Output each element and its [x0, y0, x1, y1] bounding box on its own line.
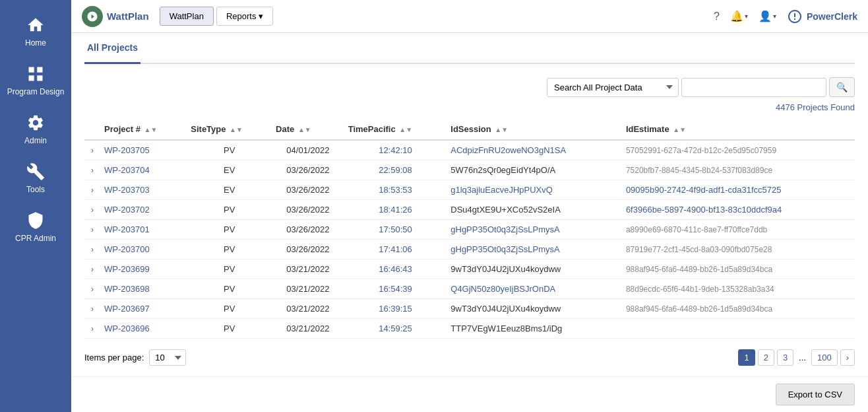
expand-row-btn[interactable]: › [88, 245, 96, 254]
date-cell: 03/21/2022 [272, 259, 344, 279]
tools-icon [25, 161, 46, 182]
sidebar-item-home[interactable]: Home [0, 7, 71, 55]
sort-project-icon: ▲▼ [144, 126, 158, 133]
user-icon: 👤 [759, 10, 772, 22]
expand-row-btn[interactable]: › [88, 146, 96, 155]
page-btn-2[interactable]: 2 [758, 349, 774, 366]
page-btn-3[interactable]: 3 [777, 349, 793, 366]
sidebar-item-program-design[interactable]: Program Design [0, 55, 71, 104]
page-btn-100[interactable]: 100 [811, 349, 838, 366]
project-link[interactable]: WP-203701 [104, 224, 150, 234]
table-row: ›WP-203701PV03/26/202217:50:50gHgPP35Ot0… [84, 220, 855, 240]
idsession-cell: Q4GjN50z80yeIjBSJrOnDA [447, 279, 622, 299]
col-date[interactable]: Date ▲▼ [272, 119, 344, 140]
sidebar-item-admin-label: Admin [24, 136, 47, 145]
project-link[interactable]: WP-203704 [104, 165, 150, 175]
time-cell: 22:59:08 [344, 160, 447, 180]
expand-row-btn[interactable]: › [88, 186, 96, 195]
idsession-cell: 9wT3dY0J4U2jUXu4koydww [447, 299, 622, 319]
notifications-btn[interactable]: 🔔 ▾ [730, 10, 748, 22]
table-row: ›WP-203705PV04/01/202212:42:10ACdpizFnRU… [84, 140, 855, 160]
project-link[interactable]: WP-203702 [104, 205, 150, 215]
reports-nav-btn[interactable]: Reports ▾ [216, 7, 274, 26]
page-btn-1[interactable]: 1 [738, 349, 755, 366]
idsession-cell: 5W76n2sQr0egEidYt4pO/A [447, 160, 622, 180]
idsession-link[interactable]: ACdpizFnRU2oweNO3gN1SA [450, 145, 566, 155]
idsession-cell: 9wT3dY0J4U2jUXu4koydww [447, 259, 622, 279]
expand-row-btn[interactable]: › [88, 285, 96, 294]
powerclerck-logo: PowerClerk [787, 9, 857, 24]
wattplan-nav-btn[interactable]: WattPlan [160, 7, 214, 26]
page-ellipsis: ... [796, 353, 809, 362]
project-link[interactable]: WP-203703 [104, 185, 150, 195]
idestimate-link[interactable]: 09095b90-2742-4f9d-adf1-cda31fcc5725 [626, 185, 782, 195]
date-cell: 03/26/2022 [272, 200, 344, 220]
project-link[interactable]: WP-203700 [104, 244, 150, 254]
sort-idsession-icon: ▲▼ [495, 126, 508, 133]
search-icon: 🔍 [836, 82, 848, 92]
topnav: WattPlan WattPlan Reports ▾ ? 🔔 ▾ 👤 ▾ [71, 0, 868, 33]
projects-table: Project # ▲▼ SiteType ▲▼ Date ▲▼ TimePac… [84, 119, 855, 339]
col-time[interactable]: TimePacific ▲▼ [344, 119, 447, 140]
expand-row-btn[interactable]: › [88, 265, 96, 274]
idsession-link[interactable]: g1lq3ajluEacveJHpPUXvQ [450, 185, 553, 195]
table-row: ›WP-203696PV03/21/202214:59:25TTP7VEgW1E… [84, 319, 855, 339]
reports-nav-label: Reports [226, 11, 257, 21]
items-per-page-select[interactable]: 10 25 50 100 [149, 349, 186, 366]
time-cell: 18:53:53 [344, 180, 447, 200]
help-icon: ? [714, 11, 720, 22]
idsession-link[interactable]: gHgPP35Ot0q3ZjSsLPmysA [450, 224, 559, 234]
idestimate-link[interactable]: 6f3966be-5897-4900-bf13-83c10ddcf9a4 [626, 205, 782, 215]
col-idestimate[interactable]: IdEstimate ▲▼ [622, 119, 855, 140]
sidebar-item-cpr-admin[interactable]: CPR Admin [0, 202, 71, 251]
time-cell: 18:41:26 [344, 200, 447, 220]
sidebar-item-cpr-admin-label: CPR Admin [15, 234, 56, 243]
tab-all-projects[interactable]: All Projects [84, 33, 140, 64]
sidebar-item-admin[interactable]: Admin [0, 104, 71, 153]
date-cell: 03/26/2022 [272, 240, 344, 259]
search-select[interactable]: Search All Project Data [547, 78, 679, 97]
idestimate-cell: a8990e69-6870-411c-8ae7-ff70ffce7ddb [622, 220, 855, 240]
project-link[interactable]: WP-203698 [104, 284, 150, 294]
sitetype-cell: PV [187, 200, 272, 220]
shield-icon [25, 210, 46, 231]
expand-row-btn[interactable]: › [88, 166, 96, 175]
time-cell: 16:54:39 [344, 279, 447, 299]
search-input[interactable] [681, 78, 826, 97]
project-link[interactable]: WP-203696 [104, 324, 150, 333]
sort-idestimate-icon: ▲▼ [673, 126, 686, 133]
sitetype-cell: EV [187, 160, 272, 180]
expand-row-btn[interactable]: › [88, 205, 96, 215]
col-sitetype[interactable]: SiteType ▲▼ [187, 119, 272, 140]
help-btn[interactable]: ? [714, 11, 720, 22]
idsession-cell: gHgPP35Ot0q3ZjSsLPmysA [447, 220, 622, 240]
settings-icon [25, 112, 46, 133]
sitetype-cell: EV [187, 180, 272, 200]
sidebar-item-tools[interactable]: Tools [0, 153, 71, 202]
pagination-row: Items per page: 10 25 50 100 1 2 3 ... 1… [84, 349, 855, 366]
table-row: ›WP-203700PV03/26/202217:41:06gHgPP35Ot0… [84, 240, 855, 259]
idsession-cell: DSu4gtXE9U+XCo52vS2eIA [447, 200, 622, 220]
date-cell: 03/21/2022 [272, 279, 344, 299]
time-cell: 16:39:15 [344, 299, 447, 319]
date-cell: 03/26/2022 [272, 160, 344, 180]
bell-dropdown-arrow: ▾ [745, 13, 748, 20]
expand-row-btn[interactable]: › [88, 304, 96, 314]
page-next-btn[interactable]: › [840, 349, 855, 366]
export-csv-btn[interactable]: Export to CSV [776, 384, 855, 405]
project-link[interactable]: WP-203705 [104, 145, 150, 155]
project-link[interactable]: WP-203699 [104, 264, 150, 274]
expand-row-btn[interactable]: › [88, 225, 96, 234]
idsession-link[interactable]: Q4GjN50z80yeIjBSJrOnDA [450, 284, 555, 294]
search-button[interactable]: 🔍 [829, 77, 855, 97]
expand-row-btn[interactable]: › [88, 324, 96, 333]
sort-date-icon: ▲▼ [298, 126, 311, 133]
col-project[interactable]: Project # ▲▼ [100, 119, 187, 140]
idsession-cell: ACdpizFnRU2oweNO3gN1SA [447, 140, 622, 160]
time-cell: 12:42:10 [344, 140, 447, 160]
idsession-link[interactable]: gHgPP35Ot0q3ZjSsLPmysA [450, 244, 559, 254]
user-btn[interactable]: 👤 ▾ [759, 10, 776, 22]
project-link[interactable]: WP-203697 [104, 304, 150, 314]
table-row: ›WP-203698PV03/21/202216:54:39Q4GjN50z80… [84, 279, 855, 299]
col-idsession[interactable]: IdSession ▲▼ [447, 119, 622, 140]
